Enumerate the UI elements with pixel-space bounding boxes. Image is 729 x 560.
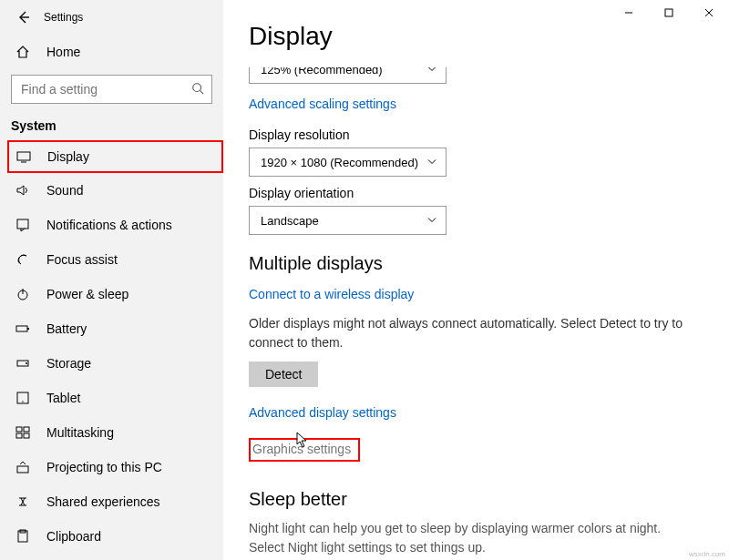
svg-rect-15 (24, 427, 29, 432)
sidebar-item-label: Multitasking (46, 425, 114, 440)
svg-rect-17 (24, 433, 29, 438)
power-icon (15, 287, 30, 301)
sidebar-item-label: Tablet (46, 391, 80, 405)
advanced-scaling-link[interactable]: Advanced scaling settings (249, 97, 396, 111)
back-button[interactable] (11, 5, 36, 30)
sidebar-item-label: Focus assist (46, 252, 118, 267)
close-button[interactable] (689, 0, 729, 25)
chevron-down-icon (427, 156, 436, 169)
back-arrow-icon (16, 10, 31, 25)
sidebar-item-label: Display (47, 149, 89, 164)
sidebar-item-display[interactable]: Display (7, 140, 223, 173)
search-box[interactable] (11, 75, 212, 104)
sleep-better-heading: Sleep better (249, 489, 696, 510)
sidebar-item-label: Battery (46, 321, 87, 336)
section-heading: System (0, 113, 223, 140)
sidebar-item-sound[interactable]: Sound (0, 173, 223, 208)
minimize-button[interactable] (609, 0, 649, 25)
maximize-button[interactable] (649, 0, 689, 25)
advanced-display-link[interactable]: Advanced display settings (249, 405, 396, 420)
sidebar-item-notifications[interactable]: Notifications & actions (0, 208, 223, 242)
source-watermark: wsxdn.com (689, 550, 725, 558)
multitasking-icon (15, 425, 30, 440)
sound-icon (15, 183, 30, 198)
resolution-label: Display resolution (249, 127, 696, 142)
display-icon (16, 149, 31, 164)
home-button[interactable]: Home (0, 35, 223, 69)
sidebar-item-projecting[interactable]: Projecting to this PC (0, 450, 223, 484)
dropdown-value: 125% (Recommended) (261, 63, 383, 76)
wireless-display-link[interactable]: Connect to a wireless display (249, 287, 414, 301)
home-icon (15, 45, 30, 59)
notifications-icon (15, 218, 30, 232)
svg-point-1 (193, 83, 201, 91)
svg-rect-9 (27, 328, 29, 330)
dropdown-value: 1920 × 1080 (Recommended) (261, 156, 418, 169)
projecting-icon (15, 460, 30, 474)
graphics-settings-label: Graphics settings (252, 442, 351, 456)
tablet-icon (15, 391, 30, 405)
sleep-better-text: Night light can help you get to sleep by… (249, 519, 696, 557)
svg-rect-3 (17, 152, 30, 160)
window-title: Settings (44, 11, 83, 24)
sidebar-item-label: Shared experiences (46, 494, 160, 509)
sidebar-item-clipboard[interactable]: Clipboard (0, 519, 223, 554)
sidebar-item-tablet[interactable]: Tablet (0, 381, 223, 415)
clipboard-icon (15, 529, 30, 544)
search-input[interactable] (19, 81, 191, 97)
svg-point-11 (26, 362, 27, 364)
sidebar-item-multitasking[interactable]: Multitasking (0, 415, 223, 450)
resolution-dropdown[interactable]: 1920 × 1080 (Recommended) (249, 148, 447, 177)
svg-rect-22 (665, 9, 673, 16)
shared-icon (15, 494, 30, 509)
battery-icon (15, 321, 30, 336)
dropdown-value: Landscape (261, 214, 319, 228)
sidebar-item-label: Projecting to this PC (46, 460, 162, 474)
focus-icon (15, 252, 30, 267)
chevron-down-icon (427, 63, 436, 76)
older-displays-text: Older displays might not always connect … (249, 314, 696, 352)
sidebar-item-storage[interactable]: Storage (0, 346, 223, 381)
svg-rect-8 (16, 326, 27, 331)
sidebar-item-label: Power & sleep (46, 287, 128, 301)
sidebar-item-focus-assist[interactable]: Focus assist (0, 242, 223, 277)
sidebar-item-label: Notifications & actions (46, 218, 172, 232)
sidebar-item-battery[interactable]: Battery (0, 311, 223, 346)
sidebar-item-label: Clipboard (46, 529, 101, 544)
search-icon (191, 82, 204, 97)
detect-button[interactable]: Detect (249, 361, 318, 387)
titlebar: Settings (0, 0, 223, 35)
svg-rect-16 (16, 433, 22, 438)
svg-rect-18 (17, 466, 28, 473)
scale-dropdown[interactable]: 125% (Recommended) (249, 55, 447, 84)
sidebar-item-label: Sound (46, 183, 83, 198)
svg-rect-5 (17, 219, 28, 229)
svg-rect-14 (16, 427, 22, 432)
chevron-down-icon (427, 214, 436, 228)
home-label: Home (46, 45, 80, 59)
svg-line-2 (200, 90, 204, 94)
graphics-settings-link[interactable]: Graphics settings (249, 438, 360, 462)
page-title: Display (249, 22, 696, 51)
sidebar-item-label: Storage (46, 356, 91, 371)
storage-icon (15, 356, 30, 371)
orientation-label: Display orientation (249, 186, 696, 200)
sidebar-item-shared[interactable]: Shared experiences (0, 484, 223, 519)
multiple-displays-heading: Multiple displays (249, 253, 696, 274)
svg-point-13 (22, 401, 23, 402)
sidebar: Settings Home System Display Sound (0, 0, 223, 560)
content-area: Display 125% (Recommended) Advanced scal… (223, 0, 729, 560)
sidebar-item-power-sleep[interactable]: Power & sleep (0, 277, 223, 311)
orientation-dropdown[interactable]: Landscape (249, 206, 447, 235)
